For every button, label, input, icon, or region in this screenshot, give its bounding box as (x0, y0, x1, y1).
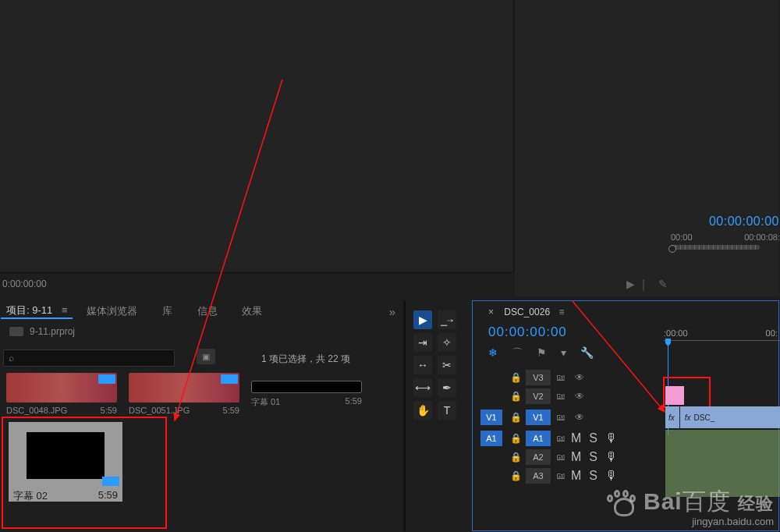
media-item[interactable]: DSC_0051.JPG5:59 (129, 373, 239, 415)
new-bin-button[interactable]: ▣ (197, 349, 215, 364)
bin-icon (9, 327, 23, 336)
timeline-timecode[interactable]: 00:00:00:00 (488, 325, 567, 340)
media-item[interactable]: 字幕 015:59 (251, 373, 362, 415)
clip-v1[interactable]: fxfxDSC_ (665, 406, 780, 428)
search-input[interactable]: ⌕ (3, 349, 175, 367)
track-a1[interactable]: A1🔒A1🖭MS🎙 (480, 429, 618, 448)
panel-menu-icon[interactable]: ≡ (558, 307, 564, 317)
selection-tool[interactable]: ▶ (413, 310, 432, 329)
selection-info: 1 项已选择，共 22 项 (261, 353, 350, 366)
source-monitor (0, 0, 514, 273)
panel-menu-icon[interactable]: ≡ (62, 304, 68, 316)
slip-tool[interactable]: ⟷ (413, 378, 432, 397)
rolling-edit-tool[interactable]: ✧ (438, 333, 456, 352)
rate-stretch-tool[interactable]: ↔ (413, 356, 432, 374)
clip-audio[interactable] (665, 430, 780, 497)
track-v1[interactable]: V1🔒V1🖭👁 (480, 406, 618, 429)
wrench-icon[interactable]: 🔧 (580, 346, 594, 360)
nav-media-browser[interactable]: 媒体浏览器 (87, 305, 137, 317)
track-v3[interactable]: 🔒V3🖭👁 (480, 368, 618, 387)
timeline-tab[interactable]: × DSC_0026 ≡ (488, 307, 564, 317)
hand-tool[interactable]: ✋ (413, 401, 432, 420)
razor-tool[interactable]: ✂ (438, 356, 456, 374)
track-a2[interactable]: 🔒A2🖭MS🎙 (480, 448, 618, 466)
media-item-selected[interactable]: 字幕 025:59 (9, 422, 122, 502)
track-a3[interactable]: 🔒A3🖭MS🎙 (480, 466, 618, 485)
close-tab-icon[interactable]: × (488, 307, 494, 317)
watermark: Bai百度 经验 jingyan.baidu.com (607, 488, 774, 528)
annotation-highlight-box (663, 377, 711, 408)
search-icon: ⌕ (9, 353, 14, 364)
source-timecode: 0:00:00:00 (2, 278, 47, 289)
nav-library[interactable]: 库 (162, 305, 172, 317)
program-export-icons[interactable]: ▶｜ ✎ (626, 278, 671, 292)
media-item[interactable]: DSC_0048.JPG5:59 (6, 373, 117, 415)
overflow-chevron-icon[interactable]: » (389, 305, 402, 318)
snap-icon[interactable]: ❄ (488, 346, 498, 360)
panel-splitter[interactable] (403, 300, 406, 531)
track-select-tool[interactable]: ⎯⟶ (438, 310, 456, 329)
track-v2[interactable]: 🔒V2🖭👁 (480, 387, 618, 406)
pen-tool[interactable]: ✒ (438, 378, 456, 397)
add-marker-icon[interactable]: ⚑ (537, 346, 547, 360)
nav-effects[interactable]: 效果 (242, 305, 262, 317)
project-filename: 9-11.prproj (30, 326, 75, 337)
type-tool[interactable]: T (438, 401, 456, 420)
ruler-knob[interactable] (668, 245, 676, 253)
timeline-display-settings-icon[interactable]: ▾ (561, 346, 566, 360)
nav-info[interactable]: 信息 (197, 305, 218, 317)
sequence-badge-icon (221, 374, 238, 384)
sequence-badge-icon (102, 477, 119, 486)
program-timecode[interactable]: 00:00:00:00 (709, 215, 779, 229)
ripple-edit-tool[interactable]: ⇥ (413, 333, 432, 352)
project-tab[interactable]: 项目: 9-11 ≡ (1, 303, 73, 319)
program-time-ruler[interactable]: 00:00 00:00:08: (671, 232, 780, 256)
sequence-badge-icon (98, 374, 115, 384)
time-ruler[interactable]: :00:00 00: (664, 328, 780, 341)
link-selection-icon[interactable]: ⌒ (512, 346, 523, 360)
